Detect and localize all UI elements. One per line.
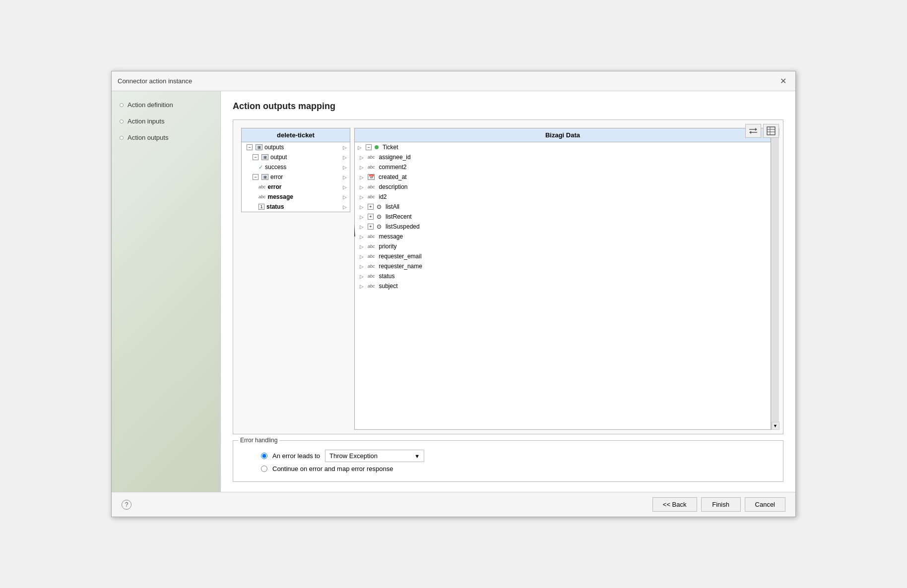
arrow-left-icon: ▷	[360, 254, 364, 259]
help-button[interactable]: ?	[122, 500, 131, 510]
tree-label: output	[270, 154, 287, 161]
map-button[interactable]	[745, 124, 761, 138]
tree-row-output[interactable]: − ⊞ output ▷	[242, 152, 350, 162]
radio-continue-on-error[interactable]	[261, 466, 267, 472]
abc-icon: abc	[259, 194, 266, 199]
tree-label: status	[266, 203, 284, 210]
dropdown-arrow-icon: ▼	[414, 453, 420, 459]
radio-label-continue-on-error: Continue on error and map error response	[272, 465, 393, 472]
tree-label: listAll	[386, 203, 399, 210]
arrow-left-icon: ▷	[360, 284, 364, 289]
title-bar: Connector action instance ✕	[112, 71, 795, 91]
scroll-down-button[interactable]: ▼	[772, 422, 779, 430]
abc-icon: abc	[368, 194, 375, 199]
arrow-right-icon: ▷	[343, 175, 347, 180]
tree-label: message	[268, 193, 293, 200]
tree-row-subject[interactable]: ▷ abc subject	[355, 281, 771, 291]
abc-icon: abc	[368, 184, 375, 189]
list-icon: ⊙	[377, 223, 382, 230]
table-view-button[interactable]	[763, 124, 779, 138]
tree-row-outputs[interactable]: − ⊞ outputs ▷	[242, 142, 350, 152]
footer-bar: ? << Back Finish Cancel	[112, 492, 795, 517]
abc-icon: abc	[368, 264, 375, 269]
tree-label: listSuspeded	[386, 223, 420, 230]
tree-row-status[interactable]: ▷ abc status	[355, 271, 771, 281]
radio-row-continue-on-error: Continue on error and map error response	[261, 465, 775, 472]
tree-row-error-field[interactable]: abc error ▷	[242, 182, 350, 192]
finish-button[interactable]: Finish	[701, 497, 741, 512]
radio-error-leads-to[interactable]	[261, 453, 267, 459]
check-icon: ✓	[259, 164, 263, 171]
tree-row-created-at[interactable]: ▷ 📅 created_at	[355, 172, 771, 182]
close-button[interactable]: ✕	[777, 75, 789, 87]
tree-label: listRecent	[386, 213, 412, 220]
arrow-right-icon: ▷	[343, 204, 347, 210]
throw-exception-dropdown[interactable]: Throw Exception ▼	[325, 450, 424, 462]
abc-icon: abc	[368, 165, 375, 170]
vertical-scrollbar[interactable]: ▲ ▼	[771, 128, 779, 430]
expand-icon: −	[247, 144, 253, 150]
sidebar-label-action-definition: Action definition	[128, 101, 173, 109]
tree-label: subject	[379, 283, 398, 290]
arrow-right-icon: ▷	[343, 184, 347, 190]
arrow-left-icon: ▷	[360, 274, 364, 279]
arrow-left-icon: ▷	[360, 184, 364, 190]
sidebar-item-action-inputs[interactable]: Action inputs	[120, 118, 212, 125]
arrow-right-icon: ▷	[343, 165, 347, 170]
tree-label: requester_name	[379, 263, 422, 270]
sidebar-item-action-outputs[interactable]: Action outputs	[120, 134, 212, 141]
tree-row-listsuspeded[interactable]: ▷ + ⊙ listSuspeded	[355, 222, 771, 232]
tree-row-listrecent[interactable]: ▷ + ⊙ listRecent	[355, 212, 771, 222]
folder-icon: ⊞	[261, 174, 268, 180]
right-table-header: Bizagi Data	[355, 128, 771, 142]
tree-row-ticket[interactable]: ▷ − Ticket	[355, 142, 771, 152]
tree-row-message-field[interactable]: abc message ▷	[242, 192, 350, 202]
tree-row-status-field[interactable]: 1 status ▷	[242, 202, 350, 212]
tree-row-requester-email[interactable]: ▷ abc requester_email	[355, 251, 771, 261]
scroll-track[interactable]	[772, 136, 779, 422]
date-icon: 📅	[368, 174, 375, 180]
page-title: Action outputs mapping	[233, 101, 783, 112]
back-button[interactable]: << Back	[652, 497, 697, 512]
folder-icon: ⊞	[261, 154, 268, 160]
dialog-title: Connector action instance	[118, 77, 192, 85]
bullet-icon	[120, 136, 124, 140]
left-mapping-table: delete-ticket − ⊞ outputs ▷ −	[241, 128, 350, 212]
abc-icon: abc	[368, 254, 375, 259]
tree-row-success[interactable]: ✓ success ▷	[242, 162, 350, 172]
svg-rect-4	[767, 127, 775, 135]
arrow-left-icon: ▷	[360, 214, 364, 220]
svg-marker-1	[755, 128, 757, 131]
tree-row-message[interactable]: ▷ abc message	[355, 232, 771, 241]
main-content: Action outputs mapping	[221, 91, 795, 492]
tree-row-comment2[interactable]: ▷ abc comment2	[355, 162, 771, 172]
tree-label: status	[379, 273, 395, 280]
abc-icon: abc	[368, 155, 375, 160]
tree-label: outputs	[264, 144, 284, 151]
radio-row-error-leads-to: An error leads to Throw Exception ▼	[261, 450, 775, 462]
tree-row-description[interactable]: ▷ abc description	[355, 182, 771, 192]
sidebar-item-action-definition[interactable]: Action definition	[120, 101, 212, 109]
connector-action-dialog: Connector action instance ✕ Action defin…	[111, 71, 796, 517]
expand-icon: +	[368, 204, 374, 210]
tree-row-priority[interactable]: ▷ abc priority	[355, 241, 771, 251]
arrow-right-icon: ▷	[343, 155, 347, 160]
footer-buttons: << Back Finish Cancel	[652, 497, 785, 512]
arrow-left-icon: ▷	[360, 165, 364, 170]
abc-icon: abc	[368, 244, 375, 249]
tree-label: requester_email	[379, 253, 422, 260]
abc-icon: abc	[368, 284, 375, 289]
sidebar: Action definition Action inputs Action o…	[112, 91, 221, 492]
tree-label: success	[265, 164, 286, 171]
arrow-left-icon: ▷	[358, 145, 362, 150]
tree-row-id2[interactable]: ▷ abc id2	[355, 192, 771, 202]
expand-icon: −	[253, 154, 259, 160]
tree-row-error-group[interactable]: − ⊞ error ▷	[242, 172, 350, 182]
tree-row-requester-name[interactable]: ▷ abc requester_name	[355, 261, 771, 271]
tree-row-assignee-id[interactable]: ▷ abc assignee_id	[355, 152, 771, 162]
arrow-left-icon: ▷	[360, 234, 364, 239]
cancel-button[interactable]: Cancel	[745, 497, 785, 512]
left-table-header: delete-ticket	[242, 128, 350, 142]
tree-label: priority	[379, 243, 397, 250]
tree-row-listall[interactable]: ▷ + ⊙ listAll	[355, 202, 771, 212]
